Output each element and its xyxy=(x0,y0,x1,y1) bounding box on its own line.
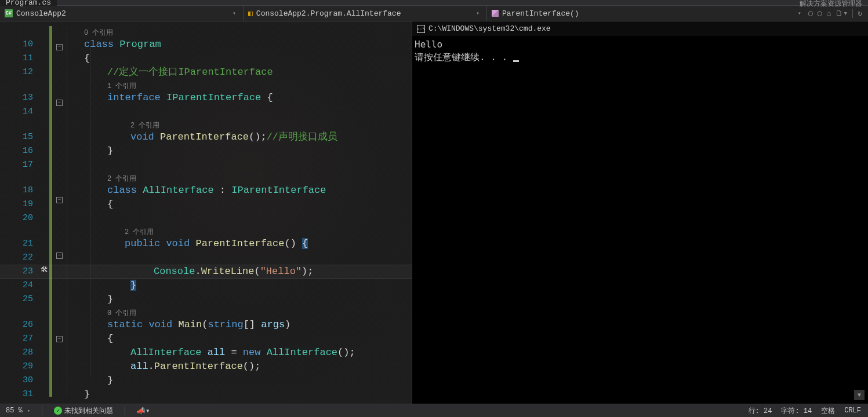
tab-bar: Program.cs 解决方案资源管理器 xyxy=(0,0,868,6)
chevron-down-icon: ▾ xyxy=(796,10,804,17)
codelens-refs[interactable]: 1 个引用 xyxy=(67,79,355,91)
code-content[interactable]: 0 个引用 class Program { //定义一个接口IParentInt… xyxy=(67,26,355,404)
codelens-refs[interactable]: 2 个引用 xyxy=(67,119,355,130)
status-indent[interactable]: 空格 xyxy=(821,406,835,416)
check-icon: ✓ xyxy=(54,407,62,415)
scroll-down-icon[interactable]: ▼ xyxy=(854,390,865,400)
feedback-icon[interactable]: 📣▾ xyxy=(135,407,152,415)
breadcrumb-right-icons: ◯ ◯ ⌂ 🗋▾ ↻ xyxy=(808,9,868,18)
fold-toggle[interactable]: − xyxy=(55,248,64,262)
tab-program-cs[interactable]: Program.cs xyxy=(0,0,57,6)
tab-label: Program.cs xyxy=(6,0,51,7)
breadcrumb-class[interactable]: ◧ ConsoleApp2.Program.AllInterface ▾ xyxy=(244,6,487,21)
csharp-project-icon: C# xyxy=(5,9,13,17)
breadcrumb-project[interactable]: C# ConsoleApp2 ▾ xyxy=(0,6,244,21)
status-col[interactable]: 字符: 14 xyxy=(781,406,812,416)
fold-toggle[interactable]: − xyxy=(55,40,64,54)
sync-icon[interactable]: 🗋▾ xyxy=(836,9,848,18)
chevron-down-icon: ▾ xyxy=(230,10,238,17)
refresh-icon[interactable]: ↻ xyxy=(858,9,862,18)
home-icon[interactable]: ⌂ xyxy=(827,9,831,18)
codelens-refs[interactable]: 0 个引用 xyxy=(67,26,355,38)
status-eol[interactable]: CRLF xyxy=(844,407,861,415)
fold-toggle[interactable]: − xyxy=(55,96,64,109)
status-bar: 85 % ✓ 未找到相关问题 📣▾ 行: 24 字符: 14 空格 CRLF xyxy=(0,404,868,417)
fold-toggle[interactable]: − xyxy=(55,193,64,207)
codelens-refs[interactable]: 2 个引用 xyxy=(67,172,355,184)
console-output[interactable]: Hello 请按任意键继续. . . xyxy=(412,36,868,66)
editor-pane[interactable]: 10 11 12 13 14 15 16 17 18 19 20 21 22 2… xyxy=(0,21,412,404)
change-indicator xyxy=(49,26,52,397)
console-title-text: C:\WINDOWS\system32\cmd.exe xyxy=(428,24,551,33)
breadcrumb-project-label: ConsoleApp2 xyxy=(16,9,66,18)
main-area: 10 11 12 13 14 15 16 17 18 19 20 21 22 2… xyxy=(0,21,868,404)
breadcrumb-method-label: ParentInterface() xyxy=(502,9,579,18)
class-icon: ◧ xyxy=(248,9,253,18)
codelens-refs[interactable]: 2 个引用 xyxy=(67,225,355,237)
status-line[interactable]: 行: 24 xyxy=(749,406,772,416)
nav-back-icon[interactable]: ◯ xyxy=(808,9,813,18)
zoom-level[interactable]: 85 % xyxy=(3,407,32,415)
nav-forward-icon[interactable]: ◯ xyxy=(818,9,822,18)
breadcrumb-class-label: ConsoleApp2.Program.AllInterface xyxy=(256,9,401,18)
method-icon xyxy=(492,10,499,17)
line-numbers: 10 11 12 13 14 15 16 17 18 19 20 21 22 2… xyxy=(0,21,38,404)
quick-actions-icon[interactable]: 🛠 xyxy=(41,266,50,275)
console-title-bar[interactable]: c:\ C:\WINDOWS\system32\cmd.exe xyxy=(412,21,868,36)
breadcrumb-method[interactable]: ParentInterface() ▾ xyxy=(487,6,808,21)
console-window: c:\ C:\WINDOWS\system32\cmd.exe Hello 请按… xyxy=(412,21,868,404)
codelens-refs[interactable]: 0 个引用 xyxy=(67,306,355,318)
fold-toggle[interactable]: − xyxy=(55,332,64,346)
fold-gutter: − − − − − xyxy=(55,21,64,346)
no-issues-status[interactable]: ✓ 未找到相关问题 xyxy=(52,406,115,416)
solution-explorer-label[interactable]: 解决方案资源管理器 xyxy=(800,0,862,9)
chevron-down-icon: ▾ xyxy=(474,10,482,17)
cmd-icon: c:\ xyxy=(417,25,425,33)
cursor-icon xyxy=(513,60,519,62)
breadcrumb: C# ConsoleApp2 ▾ ◧ ConsoleApp2.Program.A… xyxy=(0,6,868,21)
